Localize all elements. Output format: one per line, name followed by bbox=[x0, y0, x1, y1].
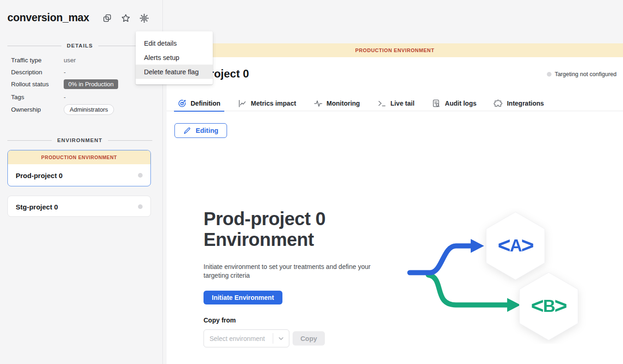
copy-icon[interactable] bbox=[102, 13, 112, 23]
status-dot bbox=[138, 204, 143, 209]
chart-icon bbox=[238, 99, 247, 108]
settings-menu: Edit details Alerts setup Delete feature… bbox=[136, 31, 213, 84]
environment-select[interactable]: Select environment bbox=[204, 329, 289, 347]
detail-row-traffic-type: Traffic type user bbox=[11, 55, 152, 65]
detail-row-description: Description - bbox=[11, 67, 152, 77]
variant-a-hexagon: <A> bbox=[486, 212, 545, 280]
details-heading: DETAILS bbox=[67, 43, 93, 48]
details-rows: Traffic type user Description - Rollout … bbox=[11, 55, 152, 118]
svg-text:<A>: <A> bbox=[498, 233, 534, 257]
tab-definition[interactable]: Definition bbox=[174, 95, 224, 111]
select-placeholder: Select environment bbox=[204, 335, 273, 342]
copy-from-label: Copy from bbox=[204, 316, 236, 324]
tab-integrations[interactable]: Integrations bbox=[490, 95, 547, 111]
production-environment-label: PRODUCTION ENVIRONMENT bbox=[8, 150, 150, 164]
tab-bar: Definition Metrics impact Monitoring bbox=[174, 95, 548, 111]
environment-name: Prod-project 0 bbox=[16, 172, 63, 179]
pencil-icon bbox=[183, 127, 191, 135]
target-icon bbox=[178, 99, 186, 108]
detail-row-ownership: Ownership Administrators bbox=[11, 104, 152, 115]
detail-row-tags: Tags - bbox=[11, 92, 152, 101]
initiate-environment-button[interactable]: Initiate Environment bbox=[204, 291, 282, 304]
pulse-icon bbox=[314, 99, 323, 108]
environment-description: Initiate environment to set your treatme… bbox=[204, 263, 375, 280]
variant-b-hexagon: <B> bbox=[520, 273, 578, 340]
svg-text:<B>: <B> bbox=[531, 293, 567, 318]
header-actions bbox=[102, 13, 149, 23]
star-icon[interactable] bbox=[121, 13, 131, 23]
main-panel: PRODUCTION ENVIRONMENT Prod-project 0 Ta… bbox=[167, 43, 623, 364]
chevron-down-icon bbox=[273, 333, 289, 344]
status-dot bbox=[138, 173, 143, 178]
tab-metrics-impact[interactable]: Metrics impact bbox=[234, 95, 300, 111]
menu-item-delete-feature-flag[interactable]: Delete feature flag bbox=[136, 65, 213, 79]
menu-item-alerts-setup[interactable]: Alerts setup bbox=[136, 50, 213, 65]
puzzle-icon bbox=[494, 99, 503, 108]
menu-item-edit-details[interactable]: Edit details bbox=[136, 36, 213, 50]
page-title: conversion_max bbox=[7, 12, 89, 24]
audit-log-icon bbox=[432, 99, 441, 108]
editing-button[interactable]: Editing bbox=[174, 123, 227, 138]
tab-monitoring[interactable]: Monitoring bbox=[310, 95, 364, 111]
targeting-status-label: Targeting not configured bbox=[555, 71, 617, 78]
environment-heading: ENVIRONMENT bbox=[57, 137, 102, 143]
terminal-icon bbox=[377, 99, 386, 108]
environment-section-header: ENVIRONMENT bbox=[7, 137, 152, 143]
details-section-header: DETAILS bbox=[7, 42, 152, 49]
gear-icon[interactable] bbox=[139, 13, 149, 23]
environment-card-stg[interactable]: Stg-project 0 bbox=[7, 196, 151, 217]
rollout-status-badge: 0% in Production bbox=[64, 79, 118, 89]
tab-audit-logs[interactable]: Audit logs bbox=[428, 95, 480, 111]
environment-heading: Prod-project 0 Environment bbox=[204, 209, 325, 250]
environment-card-prod[interactable]: PRODUCTION ENVIRONMENT Prod-project 0 bbox=[7, 150, 151, 186]
ab-split-illustration: <A> <B> bbox=[406, 208, 586, 344]
tab-live-tail[interactable]: Live tail bbox=[374, 95, 418, 111]
ownership-pill: Administrators bbox=[64, 104, 114, 115]
targeting-status: Targeting not configured bbox=[547, 71, 617, 78]
production-environment-banner: PRODUCTION ENVIRONMENT bbox=[167, 43, 623, 57]
status-dot bbox=[547, 72, 551, 77]
copy-button[interactable]: Copy bbox=[293, 331, 325, 346]
detail-row-rollout-status: Rollout status 0% in Production bbox=[11, 79, 152, 89]
environment-name: Stg-project 0 bbox=[16, 203, 58, 211]
